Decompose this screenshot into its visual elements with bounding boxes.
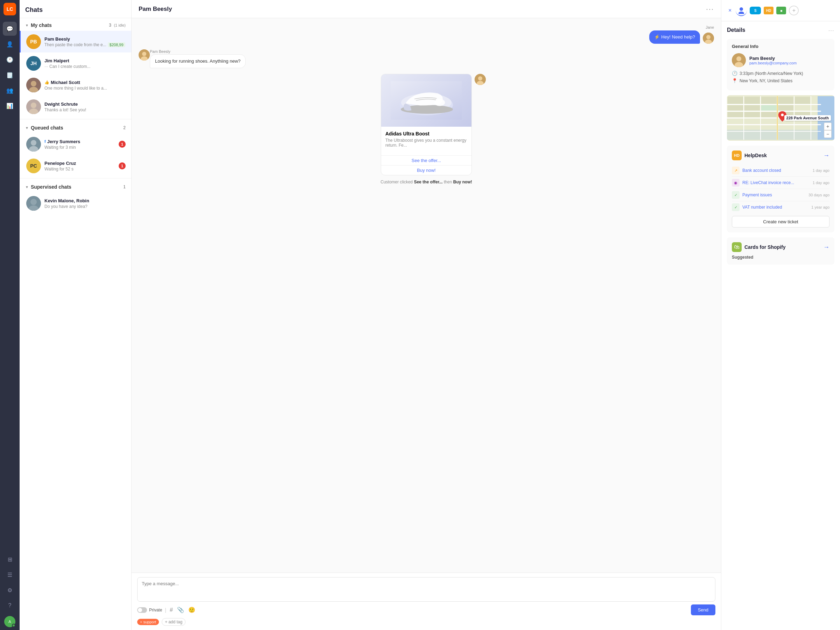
input-toolbar: Private | # 📎 🙂 Send (137, 605, 715, 615)
buy-now-link[interactable]: Buy now! (381, 165, 471, 175)
helpdesk-header: HD HelpDesk → (732, 150, 829, 160)
chat-info-pam-beesly: Pam Beesly Then paste the code from the … (44, 36, 126, 47)
ticket-item-invoice: ◉ RE: LiveChat invoice rece... 1 day ago (732, 177, 829, 189)
queued-chats-section-header[interactable]: ▼ Queued chats 2 (20, 121, 131, 133)
svg-point-1 (31, 81, 36, 87)
gi-user-email[interactable]: pam.beesly@company.com (749, 61, 797, 65)
messages-area: Jane ⚡Hey! Need help? Pam Beesly Looking… (132, 18, 721, 573)
chat-header-more-button[interactable]: ··· (706, 5, 714, 13)
shopify-tab[interactable]: ■ (776, 7, 786, 14)
chat-item-penelope-cruz[interactable]: PC Penelope Cruz Waiting for 52 s 1 (20, 155, 131, 177)
details-title: Details (727, 27, 829, 33)
facebook-icon: f (44, 139, 46, 144)
chat-item-jerry-summers[interactable]: f Jerry Summers Waiting for 3 min 1 (20, 133, 131, 155)
gi-user-avatar (732, 53, 746, 67)
helpdesk-expand-button[interactable]: → (823, 152, 829, 159)
chat-name-jerry-summers: f Jerry Summers (44, 139, 118, 144)
add-tag-button[interactable]: + add tag (162, 618, 185, 626)
chat-item-jim-halpert[interactable]: JH Jim Halpert ··· Can I create custom..… (20, 52, 131, 74)
chats-sidebar: Chats ▼ My chats 3 (1 idle) PB Pam Beesl… (20, 0, 132, 630)
nav-apps-icon[interactable]: ⊞ (3, 552, 17, 566)
agent-sender-name: Jane (706, 25, 714, 29)
ticket-name-payment[interactable]: Payment issues (742, 193, 806, 197)
zoom-in-button[interactable]: + (824, 123, 832, 130)
private-toggle-switch[interactable] (137, 607, 147, 613)
user-tab[interactable] (736, 5, 747, 16)
salesforce-tab[interactable]: S (750, 7, 761, 14)
nav-history-icon[interactable]: 🕐 (3, 52, 17, 66)
chat-item-michael-scott[interactable]: 👍 Michael Scott One more thing I would l… (20, 74, 131, 96)
nav-tickets-icon[interactable]: 🗒️ (3, 68, 17, 82)
nav-list-icon[interactable]: ☰ (3, 568, 17, 582)
chat-info-dwight-schrute: Dwight Schrute Thanks a lot! See you! (44, 101, 126, 112)
map-zoom-controls: + − (824, 123, 832, 138)
chat-item-dwight-schrute[interactable]: Dwight Schrute Thanks a lot! See you! (20, 96, 131, 118)
send-button[interactable]: Send (691, 605, 715, 615)
queued-chats-chevron: ▼ (25, 126, 29, 130)
helpdesk-tab[interactable]: HD (764, 7, 774, 14)
nav-chat-icon[interactable]: 💬 (3, 22, 17, 36)
product-card-row: Adidas Ultra Boost The Ultraboost gives … (139, 74, 714, 175)
add-tag-label: add tag (168, 619, 182, 624)
svg-rect-50 (744, 105, 760, 111)
create-ticket-button[interactable]: Create new ticket (732, 216, 829, 227)
ticket-name-invoice[interactable]: RE: LiveChat invoice rece... (742, 180, 810, 185)
gi-user-info: Pam Beesly pam.beesly@company.com (749, 56, 797, 65)
supervised-chats-section-header[interactable]: ▼ Supervised chats 1 (20, 180, 131, 193)
details-more-button[interactable]: ··· (829, 28, 834, 33)
zoom-out-button[interactable]: − (824, 130, 832, 138)
chat-item-pam-beesly[interactable]: PB Pam Beesly Then paste the code from t… (20, 31, 131, 52)
chat-preview-jerry-summers: Waiting for 3 min (44, 145, 118, 150)
avatar-jerry-summers (26, 137, 41, 152)
ticket-item-vat: ✓ VAT number included 1 year ago (732, 201, 829, 213)
supervised-chats-label: Supervised chats (31, 184, 123, 190)
app-logo[interactable]: LC (3, 3, 16, 16)
svg-point-10 (30, 199, 37, 205)
user-avatar[interactable]: A (4, 616, 16, 627)
chat-name-jim-halpert: Jim Halpert (44, 58, 126, 63)
shopify-expand-button[interactable]: → (823, 243, 829, 251)
message-input-wrapper[interactable] (137, 577, 715, 602)
chat-item-kevin-malone[interactable]: Kevin Malone, Robin Do you have any idea… (20, 193, 131, 214)
emoji-button[interactable]: 🙂 (188, 606, 196, 614)
agent-message-content: Jane ⚡Hey! Need help? (649, 25, 714, 44)
queued-chats-label: Queued chats (31, 125, 123, 131)
right-panel-header: × S HD ■ + (722, 0, 840, 21)
svg-point-26 (739, 7, 743, 11)
private-toggle[interactable]: Private (137, 607, 162, 613)
main-chat-panel: Pam Beesly ··· Jane ⚡Hey! Need help? (132, 0, 721, 630)
nav-reports-icon[interactable]: 📊 (3, 99, 17, 113)
my-chats-chevron: ▼ (25, 24, 29, 27)
my-chats-section-header[interactable]: ▼ My chats 3 (1 idle) (20, 18, 131, 31)
gi-location: New York, NY, United States (739, 78, 793, 83)
message-input[interactable] (142, 581, 711, 597)
message-row-customer: Pam Beesly Looking for running shoes. An… (139, 49, 714, 68)
nav-contacts-icon[interactable]: 👤 (3, 37, 17, 51)
chat-preview-penelope-cruz: Waiting for 52 s (44, 167, 118, 172)
add-tag-plus-icon: + (165, 619, 167, 624)
ticket-time-vat: 1 year ago (811, 205, 829, 209)
add-integration-button[interactable]: + (789, 6, 799, 16)
tag-remove-button[interactable]: × (140, 620, 142, 624)
ticket-name-bank[interactable]: Bank account closed (742, 168, 810, 173)
nav-settings-icon[interactable]: ⚙ (3, 583, 17, 597)
close-panel-button[interactable]: × (727, 6, 733, 15)
divider-1 (20, 119, 131, 119)
gi-user-row: Pam Beesly pam.beesly@company.com (732, 53, 829, 67)
ticket-item-payment: ✓ Payment issues 30 days ago (732, 189, 829, 201)
helpdesk-section: HD HelpDesk → ↗ Bank account closed 1 da… (727, 145, 834, 232)
avatar-pam-beesly: PB (26, 34, 41, 49)
agent-avatar-jane (703, 33, 714, 44)
location-icon: 📍 (732, 78, 737, 83)
nav-help-icon[interactable]: ? (3, 598, 17, 613)
supervised-chats-count: 1 (123, 185, 126, 189)
see-offer-link[interactable]: See the offer... (381, 155, 471, 165)
chat-name-pam-beesly: Pam Beesly (44, 36, 126, 42)
sidebar-title: Chats (20, 0, 131, 18)
attachment-button[interactable]: 📎 (177, 606, 185, 614)
nav-team-icon[interactable]: 👥 (3, 83, 17, 97)
support-tag: × support (137, 619, 159, 625)
hashtag-button[interactable]: # (169, 606, 174, 614)
ticket-name-vat[interactable]: VAT number included (742, 205, 808, 210)
svg-point-16 (142, 52, 146, 56)
